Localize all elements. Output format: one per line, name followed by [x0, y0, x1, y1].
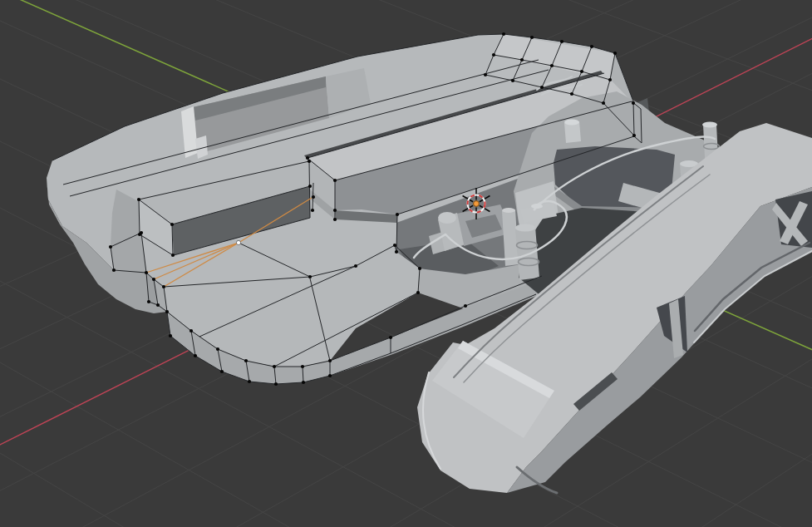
vertex[interactable]: [333, 218, 337, 221]
cyl-cap-ringed[interactable]: [515, 224, 535, 232]
object-origin-dot[interactable]: [474, 201, 480, 207]
vertex[interactable]: [530, 36, 534, 39]
vertex[interactable]: [416, 291, 420, 294]
vertex[interactable]: [560, 40, 563, 43]
mount-cap[interactable]: [531, 204, 543, 209]
shock-cylinder-ringed[interactable]: [515, 227, 539, 280]
vertex[interactable]: [389, 336, 392, 339]
vertex[interactable]: [484, 73, 487, 76]
vertex[interactable]: [632, 101, 635, 105]
vertex[interactable]: [613, 52, 617, 55]
vertex[interactable]: [311, 209, 314, 212]
vertex[interactable]: [308, 275, 312, 278]
viewport-scene: [0, 0, 812, 527]
vertex[interactable]: [333, 179, 337, 182]
vertex[interactable]: [580, 70, 583, 73]
vertex[interactable]: [147, 300, 150, 303]
vertex[interactable]: [137, 198, 140, 201]
vertex[interactable]: [109, 245, 112, 249]
blender-3d-viewport[interactable]: [0, 0, 812, 527]
vertex[interactable]: [274, 382, 278, 386]
cyl-cap-thin[interactable]: [502, 208, 515, 213]
vertex[interactable]: [590, 45, 593, 48]
vertex[interactable]: [112, 268, 116, 272]
vertex[interactable]: [393, 244, 396, 247]
vertex[interactable]: [248, 380, 251, 383]
vertex[interactable]: [395, 250, 398, 254]
vertex[interactable]: [396, 213, 399, 216]
vertex[interactable]: [216, 347, 219, 351]
vertex[interactable]: [169, 334, 172, 337]
vertex[interactable]: [171, 254, 175, 257]
vertex[interactable]: [502, 32, 505, 36]
vertex[interactable]: [418, 267, 421, 270]
active-vertex[interactable]: [236, 240, 240, 244]
vertex[interactable]: [354, 264, 357, 268]
vertex[interactable]: [244, 359, 248, 362]
vertex[interactable]: [306, 156, 309, 160]
vertex[interactable]: [328, 359, 332, 362]
vertex[interactable]: [302, 381, 305, 384]
vertex[interactable]: [308, 160, 311, 163]
vertex[interactable]: [464, 304, 467, 308]
cyl-cap-small[interactable]: [564, 120, 579, 126]
vertex[interactable]: [550, 64, 554, 67]
vertex[interactable]: [152, 278, 155, 281]
vertex[interactable]: [170, 223, 174, 226]
vertex[interactable]: [511, 79, 514, 82]
vertex[interactable]: [165, 310, 169, 313]
vertex[interactable]: [308, 185, 312, 188]
vertex[interactable]: [608, 78, 612, 81]
vertex[interactable]: [602, 101, 605, 105]
vertex[interactable]: [162, 285, 165, 288]
vertex[interactable]: [194, 354, 197, 357]
vertex[interactable]: [570, 92, 573, 96]
cyl-cap-right[interactable]: [702, 122, 717, 128]
vertex[interactable]: [540, 86, 544, 89]
vertex[interactable]: [156, 303, 160, 307]
vertex[interactable]: [312, 195, 315, 199]
vertex[interactable]: [492, 53, 495, 57]
vertex[interactable]: [333, 209, 337, 212]
hinge-cap[interactable]: [438, 212, 456, 224]
vertex[interactable]: [520, 58, 524, 62]
vertex[interactable]: [189, 329, 193, 332]
vertex[interactable]: [328, 374, 332, 377]
vertex[interactable]: [632, 134, 636, 137]
vertex[interactable]: [145, 271, 148, 274]
vertex[interactable]: [140, 231, 143, 234]
vertex[interactable]: [273, 365, 276, 368]
vertex[interactable]: [301, 365, 304, 368]
vertex[interactable]: [220, 370, 224, 373]
